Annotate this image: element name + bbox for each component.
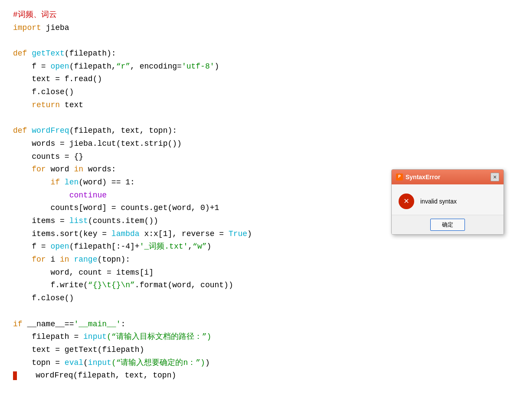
code-line: f.close() bbox=[13, 292, 517, 305]
code-token: def bbox=[13, 126, 27, 135]
code-line: counts = {} bbox=[13, 151, 517, 164]
code-line: for i in range(topn): bbox=[13, 253, 517, 266]
code-token: return bbox=[32, 101, 60, 109]
code-token: (counts.item()) bbox=[88, 217, 158, 225]
code-token: f.close() bbox=[13, 294, 74, 302]
code-token: (word) == 1: bbox=[79, 178, 135, 187]
code-token: list bbox=[69, 217, 88, 225]
dialog-footer: 确定 bbox=[392, 215, 504, 234]
code-line: return text bbox=[13, 99, 517, 112]
dialog-close-button[interactable]: × bbox=[491, 173, 499, 181]
code-token: , encoding= bbox=[130, 62, 182, 71]
code-token: “w” bbox=[193, 242, 206, 251]
code-token: open bbox=[50, 242, 69, 251]
code-token bbox=[13, 165, 32, 174]
code-token: lambda bbox=[111, 230, 140, 238]
code-token: (filepath, bbox=[69, 62, 116, 71]
dialog-body: ✕ invalid syntax bbox=[392, 184, 504, 215]
code-token: input bbox=[83, 332, 107, 341]
code-token: f.close() bbox=[13, 88, 74, 96]
code-token: f.write( bbox=[13, 281, 88, 289]
code-token: , bbox=[188, 242, 193, 251]
code-line bbox=[13, 112, 517, 125]
code-token: if bbox=[50, 178, 60, 187]
code-token bbox=[13, 191, 69, 200]
code-token: jieba bbox=[41, 23, 69, 32]
code-line: if __name__=='__main__': bbox=[13, 318, 517, 331]
code-token: (filepath, text, topn): bbox=[69, 126, 177, 135]
code-token: if bbox=[13, 320, 23, 328]
code-line: import jieba bbox=[13, 22, 517, 35]
code-line: f.write(“{}\t{}\n”.format(word, count)) bbox=[13, 279, 517, 292]
code-token: '_词频.txt' bbox=[140, 242, 188, 251]
code-line: topn = eval(input(“请输入想要确定的n：”)) bbox=[13, 357, 517, 370]
code-token: continue bbox=[69, 191, 107, 200]
code-token: import bbox=[13, 23, 41, 32]
code-token: open bbox=[50, 62, 69, 71]
code-token: '__main__' bbox=[74, 320, 121, 328]
code-token: True bbox=[229, 230, 247, 238]
code-token: “{}\t{}\n” bbox=[88, 281, 135, 289]
code-line: filepath = input(“请输入目标文档的路径：”) bbox=[13, 331, 517, 344]
code-line: words = jieba.lcut(text.strip()) bbox=[13, 138, 517, 151]
code-token bbox=[13, 101, 32, 109]
dialog-message: invalid syntax bbox=[420, 197, 457, 206]
code-token bbox=[60, 178, 65, 187]
code-token: #词频、词云 bbox=[13, 10, 57, 19]
code-token: ) bbox=[205, 358, 210, 367]
dialog-app-icon: P bbox=[396, 174, 403, 180]
code-line: f = open(filepath,“r”, encoding='utf-8') bbox=[13, 60, 517, 73]
syntax-error-dialog: P SyntaxError × ✕ invalid syntax 确定 bbox=[391, 169, 504, 235]
code-token: items = bbox=[13, 217, 69, 225]
code-token bbox=[69, 255, 74, 264]
code-token: (topn): bbox=[97, 255, 130, 264]
code-token: (“请输入目标文档的路径：”) bbox=[107, 332, 211, 341]
code-line: f = open(filepath[:-4]+'_词频.txt',“w”) bbox=[13, 240, 517, 253]
code-token: for bbox=[32, 255, 46, 264]
code-token: 'utf-8' bbox=[182, 62, 215, 71]
code-token: words = jieba.lcut(text.strip()) bbox=[13, 139, 182, 148]
code-token: __name__== bbox=[23, 320, 74, 328]
code-token: getText bbox=[32, 49, 65, 58]
code-token bbox=[13, 255, 32, 264]
dialog-titlebar: P SyntaxError × bbox=[392, 170, 504, 184]
code-token: (filepath[:-4]+ bbox=[69, 242, 140, 251]
code-token: ) bbox=[215, 62, 219, 71]
code-token: in bbox=[60, 255, 69, 264]
code-token: f = bbox=[13, 62, 50, 71]
code-token: (“请输入想要确定的n：”) bbox=[111, 358, 205, 367]
code-token: input bbox=[88, 358, 111, 367]
code-token: def bbox=[13, 49, 27, 58]
code-token: i bbox=[46, 255, 60, 264]
code-token: eval bbox=[65, 358, 83, 367]
code-token bbox=[27, 49, 32, 58]
code-token: len bbox=[65, 178, 79, 187]
code-token: ) bbox=[247, 230, 252, 238]
code-token: f = bbox=[13, 242, 50, 251]
code-token: : bbox=[121, 320, 125, 328]
dialog-title-text: SyntaxError bbox=[406, 172, 440, 182]
dialog-ok-button[interactable]: 确定 bbox=[430, 219, 465, 231]
code-token bbox=[27, 126, 32, 135]
code-token: topn = bbox=[13, 358, 65, 367]
code-line: text = f.read() bbox=[13, 73, 517, 86]
code-line: def getText(filepath): bbox=[13, 47, 517, 60]
code-token: for bbox=[32, 165, 46, 174]
code-token: text = getText(filepath) bbox=[13, 345, 144, 354]
code-line: word, count = items[i] bbox=[13, 266, 517, 279]
code-line bbox=[13, 34, 517, 47]
dialog-error-icon: ✕ bbox=[399, 194, 414, 209]
code-token: (filepath): bbox=[65, 49, 116, 58]
dialog-title-left: P SyntaxError bbox=[396, 172, 440, 182]
code-token: items.sort(key = bbox=[13, 230, 111, 238]
code-token: wordFreq bbox=[32, 126, 69, 135]
code-token: counts[word] = counts.get(word, 0)+1 bbox=[13, 203, 219, 212]
code-token: word bbox=[46, 165, 74, 174]
code-token: text = f.read() bbox=[13, 75, 102, 83]
code-line: def wordFreq(filepath, text, topn): bbox=[13, 125, 517, 138]
code-token: ( bbox=[83, 358, 88, 367]
code-token: counts = {} bbox=[13, 152, 83, 161]
error-marker bbox=[13, 371, 17, 380]
code-token: wordFreq(filepath, text, topn) bbox=[17, 371, 176, 380]
code-line: #词频、词云 bbox=[13, 9, 517, 22]
